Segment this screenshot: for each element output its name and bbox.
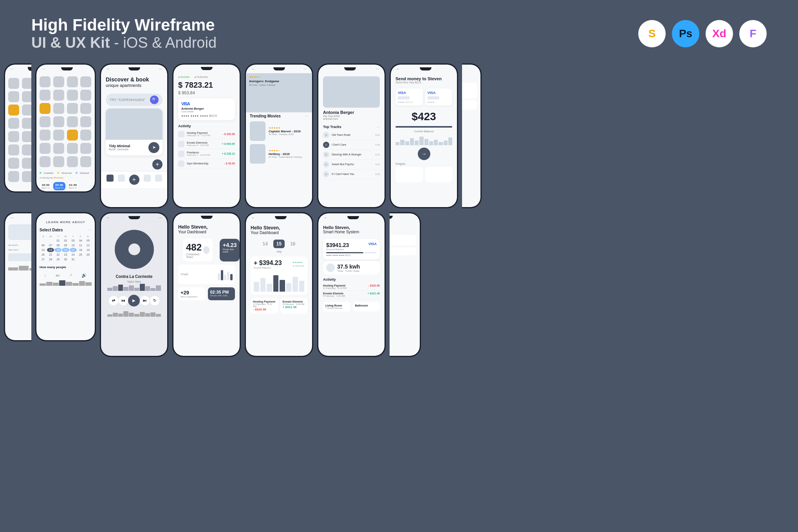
nav-heart[interactable] (144, 175, 151, 182)
dash1-greeting: Hello Steven, (178, 224, 235, 230)
play-icon-1[interactable]: ▷ (323, 132, 329, 138)
travel-search[interactable]: TRY "COPENHAGEN" 🔍 (106, 94, 162, 106)
play-icon-2[interactable]: ▷ (323, 142, 329, 148)
track-5[interactable]: ▷ If I Can't Have You 3:28 (323, 170, 380, 179)
send-fab[interactable]: → (418, 148, 430, 160)
artist-banner-image (323, 76, 380, 108)
more-dots[interactable]: ··· (303, 67, 307, 71)
phone-sendmoney-wrapper: ← Send money to Steven Send from Visa $2… (390, 63, 458, 208)
phone-calendar-wrapper: LEARN MORE ABOUT Select Dates ··· SMTWTF… (35, 212, 96, 341)
back-arrow[interactable]: ← (107, 67, 110, 71)
movie-item-1[interactable]: ★★★★★ Captain Marvel - 2019 2h 4min · Fa… (246, 120, 312, 142)
add-fab[interactable]: + (152, 159, 162, 170)
trending-more[interactable]: ··· (305, 114, 308, 118)
travel-subtitle: unique apartments (106, 83, 149, 88)
play-icon-3[interactable]: ▷ (323, 151, 329, 158)
phone-ios-inner: ··· Available Reserved Selected (36, 65, 95, 191)
navigate-fab[interactable]: ➤ (148, 142, 159, 153)
rooms-section: Living Room 7 Active Devices Bathroom (318, 300, 385, 313)
phone-left2: ··· ate lunch... take soon. (4, 212, 31, 341)
completed-count: 482 (186, 242, 203, 253)
visa-card: VISA Antonia Berger Card Holder ●●●● ●●●… (178, 98, 235, 120)
phone-partial-left: ··· (4, 63, 31, 193)
date-14[interactable]: 14 (260, 240, 270, 248)
track-4[interactable]: ▷ Sweet But Psycho 4:07 (323, 160, 380, 170)
back-arrow[interactable]: ← (324, 216, 327, 220)
finance-header: ● Income ● Outcome (173, 72, 240, 80)
nav-add[interactable]: + (129, 175, 139, 185)
back-arrow[interactable]: ← (396, 67, 400, 71)
travel-card[interactable]: Tidy Minimal Berlin, Denmark ➤ (106, 108, 162, 155)
time-pill-2[interactable]: 20:30 March 14 (53, 182, 65, 190)
phone-dash2: ← Hello Steven, Your Dashboard 14 15 16 (245, 212, 313, 357)
energy-value: 37.5 kwh (337, 263, 360, 270)
more-dots[interactable]: ··· (159, 216, 162, 220)
travel-title: Discover & book (106, 76, 149, 83)
phone-travel-wrapper: ←··· Discover & book unique apartments T… (100, 63, 168, 208)
bathroom-card[interactable]: Bathroom (353, 302, 380, 312)
transaction-4: Gym Membership - $ 45.00 (178, 159, 235, 169)
back-arrow[interactable]: ← (251, 67, 255, 71)
phones-row2: ··· ate lunch... take soon. (0, 212, 798, 357)
phone-partial-left2: ··· ate lunch... take soon. (4, 212, 31, 341)
waveform (391, 133, 457, 145)
cal-selected2[interactable]: 16 (62, 248, 69, 252)
cal-today[interactable]: 14 (47, 248, 54, 252)
more-dots[interactable]: ··· (376, 67, 379, 71)
search-button[interactable]: 🔍 (150, 96, 159, 104)
select-dates-title: Select Dates (40, 228, 63, 232)
date-16[interactable]: 16 (288, 240, 298, 248)
nav-profile[interactable] (155, 175, 162, 182)
movie-main-title: Avengers: Endgame (246, 79, 312, 84)
points-value: +4.23 (223, 242, 237, 248)
phone-sendmoney: ← Send money to Steven Send from Visa $2… (390, 63, 458, 208)
music-icon: ♪ (44, 273, 47, 278)
more-dots[interactable]: ··· (159, 67, 162, 71)
back-arrow[interactable]: ← (251, 216, 255, 220)
mini-waveform (101, 310, 167, 318)
artist-role: Hip Hop Artist (323, 115, 380, 117)
send-subtitle: Send from Visa $213 (395, 81, 452, 84)
nav-home[interactable] (107, 175, 114, 182)
new-customers-label: New Customers (181, 296, 203, 298)
calendar-more[interactable]: ··· (88, 228, 92, 232)
phone-calendar: LEARN MORE ABOUT Select Dates ··· SMTWTF… (35, 212, 96, 341)
movie-item-2[interactable]: ★★★★☆ Hellboy - 2019 2h 2min · Supernatu… (246, 142, 312, 165)
play-icon-5[interactable]: ▷ (323, 171, 329, 177)
amount-slider[interactable] (395, 126, 452, 128)
track-3[interactable]: ▷ Dancing With A Stranger 3:12 (323, 150, 380, 160)
phone-dash2-inner: ← Hello Steven, Your Dashboard 14 15 16 (246, 213, 312, 356)
card-1[interactable]: VISA ●●●● $213 (395, 88, 423, 106)
back-arrow[interactable]: ← (107, 216, 110, 220)
prev-button[interactable]: ⏮ (119, 296, 128, 305)
card-2[interactable]: VISA ●●●● ··· (425, 88, 453, 106)
cal-selected3[interactable]: 17 (70, 248, 77, 252)
phone-ios-inner: ··· (5, 65, 31, 191)
living-room-card[interactable]: Living Room 7 Active Devices (323, 302, 350, 312)
next-button[interactable]: ⏭ (140, 296, 150, 305)
phone-finance-wrapper: ● Income ● Outcome $ 7823.21 $ 953.84 VI… (172, 63, 241, 208)
phone-dash1-inner: Hello Steven, Your Dashboard 482 Complet… (173, 213, 240, 356)
phone-music-inner: ··· Antonia Berger Hip Hop Artist antoni… (318, 65, 385, 207)
cardholder-name: Antonia Berger (181, 107, 232, 110)
visa-logo: VISA (181, 101, 232, 106)
nav-search[interactable] (118, 175, 125, 182)
tracks-more[interactable]: ··· (377, 125, 380, 130)
smarthome-balance-card: $3941.23 Account Balance VISA ●●●● ●●●● … (323, 239, 380, 260)
time-pill-1[interactable]: 18:30 March 14 (40, 182, 52, 190)
track-2[interactable]: ▷ I Don't Care 4:35 (323, 140, 380, 150)
date-15[interactable]: 15 (273, 240, 285, 248)
time-pill-3[interactable]: 21:30 March 14 (67, 182, 79, 190)
smarthome-greeting: Hello Steven, (323, 225, 380, 230)
play-button[interactable]: ▶ (128, 295, 140, 307)
play-icon-4[interactable]: ▷ (323, 161, 329, 168)
cal-selected1[interactable]: 15 (54, 248, 61, 252)
ps-icon: Ps (672, 20, 699, 47)
phone-ios-wrapper: ··· Available Reserved Selected (35, 63, 96, 193)
phone-sendmoney-inner: ← Send money to Steven Send from Visa $2… (391, 65, 457, 207)
track-1[interactable]: ▷ Old Town Road 3:41 (323, 130, 380, 140)
completed-tasks-card: 482 Completed Tasks (183, 239, 213, 261)
repeat-button[interactable]: ↻ (150, 296, 159, 305)
movie-banner: ★★★★☆ Avengers: Endgame 3h 1min · Action… (246, 73, 312, 112)
shuffle-button[interactable]: ⇄ (109, 296, 118, 305)
